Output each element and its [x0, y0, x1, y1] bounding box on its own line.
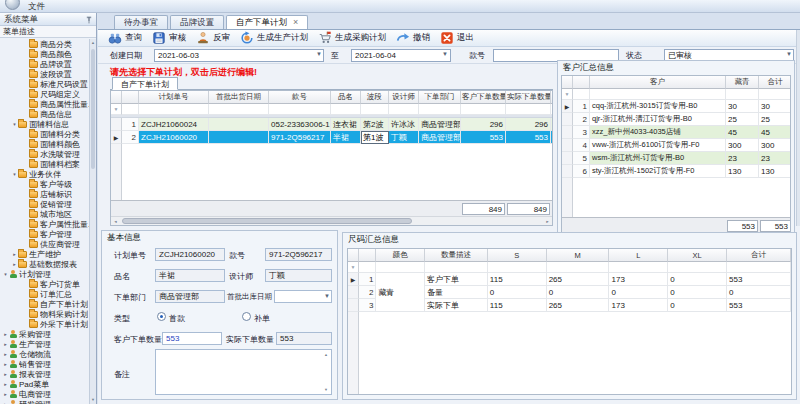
exit-button[interactable]: 退出 [440, 31, 474, 45]
sidebar-item[interactable]: 订单汇总 [0, 289, 89, 299]
sidebar-item[interactable]: 城市地区 [0, 209, 89, 219]
sidebar-item[interactable]: ▾ 业务伙伴 [0, 169, 89, 179]
plan-row-selected[interactable]: ▶2 ZCJH21060020 971-2Q596217 半裙 第1波 丁颖 商… [111, 131, 553, 144]
type-repeat-radio[interactable] [242, 312, 251, 321]
expand-icon[interactable]: ▸ [2, 341, 9, 347]
customer-row[interactable]: 5 wsm-浙江杭州-订货专用-B0 23 23 [562, 152, 791, 165]
expand-icon[interactable]: ▸ [2, 331, 9, 337]
customer-row[interactable]: 3 xzz_新中州4033-4035店铺 45 45 [562, 126, 791, 139]
sidebar-item[interactable]: 商品信息 [0, 109, 89, 119]
column-header[interactable]: 客户 [590, 76, 726, 89]
sidebar-item[interactable]: 水洗唛管理 [0, 149, 89, 159]
sidebar-item[interactable]: ▸ 生产维护 [0, 249, 89, 259]
sidebar-item[interactable]: 客户等级 [0, 179, 89, 189]
column-header[interactable]: 合计 [727, 249, 791, 262]
sidebar-item[interactable]: ▸ 研发管理 [0, 399, 89, 404]
column-header[interactable]: M [547, 249, 610, 262]
sidebar-item[interactable]: 物料采购计划 [0, 309, 89, 319]
filter-row[interactable]: ▼ [562, 89, 791, 100]
tab-todo[interactable]: 待办事宜 [114, 15, 168, 29]
column-header[interactable]: 合计 [759, 76, 791, 89]
sidebar-item[interactable]: 品牌设置 [0, 59, 89, 69]
inner-tab-self-order-plan[interactable]: 自产下单计划 [112, 77, 178, 90]
scroll-right-icon[interactable]: ► [543, 218, 552, 225]
actual-qty-field[interactable]: 553 [276, 332, 332, 345]
expand-icon[interactable]: ▾ [11, 171, 18, 177]
customer-row[interactable]: 6 sty-浙江杭州-1502订货专用-F0 130 130 [562, 165, 791, 178]
sidebar-item[interactable]: 客户管理 [0, 229, 89, 239]
date-from-input[interactable] [154, 49, 324, 62]
order-dept-field[interactable]: 商品管理部 [155, 290, 225, 303]
generate-production-plan-button[interactable]: 生成生产计划 [240, 31, 308, 45]
column-header[interactable]: 藏青 [726, 76, 759, 89]
sidebar-item[interactable]: 商品属性批量... [0, 99, 89, 109]
sidebar-item[interactable]: ▸ 基础数据报表 [0, 259, 89, 269]
chevron-down-icon[interactable]: ▼ [442, 51, 448, 57]
product-name-field[interactable]: 半裙 [155, 269, 225, 282]
app-orb-icon[interactable] [5, 0, 20, 10]
scroll-left-icon[interactable]: ◄ [111, 218, 120, 225]
filter-row[interactable]: ▼ [111, 104, 553, 115]
column-header[interactable]: 差异数量 [551, 91, 553, 104]
scrollbar-thumb[interactable] [122, 218, 412, 224]
chevron-down-icon[interactable]: ▼ [324, 293, 330, 299]
sidebar-item[interactable]: ▸ Pad菜单 [0, 379, 89, 389]
designer-field[interactable]: 丁颖 [265, 269, 332, 282]
scroll-up-icon[interactable]: ▲ [324, 352, 328, 357]
column-header[interactable]: 款号 [269, 91, 331, 104]
column-header[interactable]: 客户下单数量 [461, 91, 506, 104]
scroll-down-icon[interactable]: ▼ [324, 387, 328, 392]
undo-button[interactable]: 撤销 [396, 31, 430, 45]
plan-no-field[interactable]: ZCJH21060020 [155, 248, 225, 261]
sidebar-item[interactable]: 供应商管理 [0, 239, 89, 249]
style-no-field[interactable]: 971-2Q596217 [265, 248, 332, 261]
type-first-radio[interactable] [157, 312, 166, 321]
sidebar-item[interactable]: 面辅料颜色 [0, 139, 89, 149]
chevron-down-icon[interactable]: ▼ [786, 51, 792, 57]
plan-row[interactable]: 1 ZCJH21060024 052-23363006-1 连衣裙 第2波 许冰… [111, 118, 553, 131]
sidebar-item[interactable]: ▾ 计划管理 [0, 269, 89, 279]
sidebar-item[interactable]: 外采下单计划 [0, 319, 89, 329]
customer-row[interactable]: ▶1 cqq-浙江杭州-3015订货专用-B0 30 30 [562, 100, 791, 113]
expand-icon[interactable]: ▸ [2, 371, 9, 377]
column-header[interactable]: 品名 [331, 91, 361, 104]
expand-icon[interactable]: ▸ [2, 391, 9, 397]
pin-icon[interactable] [85, 15, 93, 28]
chevron-down-icon[interactable]: ▼ [316, 51, 322, 57]
date-to-input[interactable] [351, 49, 451, 62]
sidebar-item[interactable]: ▸ 电商管理 [0, 389, 89, 399]
expand-icon[interactable]: ▸ [2, 351, 9, 357]
tab-close-icon[interactable]: × [293, 17, 298, 27]
scrollbar-thumb[interactable] [91, 49, 95, 169]
sidebar-item[interactable]: 促销管理 [0, 199, 89, 209]
audit-button[interactable]: 审核 [152, 31, 186, 45]
scroll-up-icon[interactable]: ▲ [90, 39, 96, 47]
sidebar-scrollbar[interactable]: ▲ ▼ [89, 39, 96, 404]
sidebar-item[interactable]: 商品颜色 [0, 49, 89, 59]
sidebar-item[interactable]: ▸ 报表管理 [0, 369, 89, 379]
sidebar-item[interactable]: 尺码组定义 [0, 89, 89, 99]
customer-qty-field[interactable]: 553 [162, 332, 222, 345]
sidebar-item[interactable]: 店铺标识 [0, 189, 89, 199]
generate-purchase-plan-button[interactable]: 生成采购计划 [318, 31, 386, 45]
column-header[interactable]: L [609, 249, 668, 262]
expand-icon[interactable]: ▸ [11, 251, 18, 257]
column-header[interactable]: 设计师 [389, 91, 419, 104]
reverse-audit-button[interactable]: 反审 [196, 31, 230, 45]
sidebar-item[interactable]: ▾ 面辅料信息 [0, 119, 89, 129]
file-menu[interactable]: 文件 [28, 1, 45, 13]
column-header[interactable]: 下单部门 [419, 91, 461, 104]
sidebar-item[interactable]: ▸ 生产管理 [0, 339, 89, 349]
tab-self-order-plan[interactable]: 自产下单计划× [226, 15, 308, 29]
column-header[interactable]: S [488, 249, 547, 262]
sidebar-item[interactable]: ▸ 仓储物流 [0, 349, 89, 359]
column-header[interactable]: XL [668, 249, 727, 262]
horizontal-scrollbar[interactable]: ◄ ► [111, 216, 552, 225]
column-header[interactable]: 波段 [361, 91, 389, 104]
sidebar-item[interactable]: 波段设置 [0, 69, 89, 79]
sidebar-item[interactable]: 自产下单计划 [0, 299, 89, 309]
customer-row[interactable]: 2 qjr-浙江杭州-清江订货专用-B0 25 25 [562, 113, 791, 126]
expand-icon[interactable]: ▸ [11, 261, 18, 267]
customer-row[interactable]: 4 vww-浙江杭州-6100订货专用-F0 300 300 [562, 139, 791, 152]
sidebar-item[interactable]: 客户属性批量... [0, 219, 89, 229]
